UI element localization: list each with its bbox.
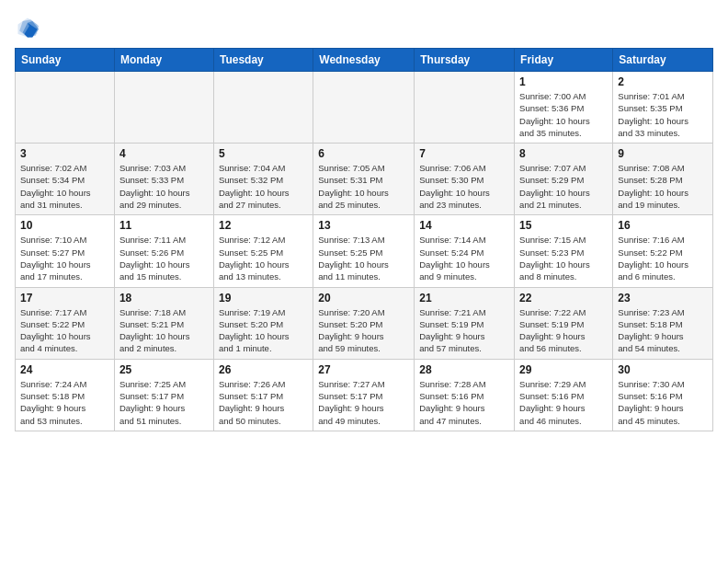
day-number: 11: [119, 219, 209, 232]
day-number: 29: [519, 363, 608, 376]
logo: [15, 15, 44, 40]
day-info: Sunrise: 7:10 AM Sunset: 5:27 PM Dayligh…: [20, 234, 109, 282]
day-cell-15: 15Sunrise: 7:15 AM Sunset: 5:23 PM Dayli…: [515, 215, 613, 287]
day-cell-28: 28Sunrise: 7:28 AM Sunset: 5:16 PM Dayli…: [415, 359, 515, 431]
weekday-monday: Monday: [114, 49, 213, 72]
day-number: 1: [519, 75, 608, 88]
empty-cell: [16, 72, 115, 144]
day-number: 27: [318, 363, 409, 376]
day-number: 18: [119, 292, 209, 304]
day-info: Sunrise: 7:23 AM Sunset: 5:18 PM Dayligh…: [618, 306, 708, 355]
day-number: 22: [519, 292, 608, 304]
day-cell-13: 13Sunrise: 7:13 AM Sunset: 5:25 PM Dayli…: [313, 215, 415, 287]
day-cell-23: 23Sunrise: 7:23 AM Sunset: 5:18 PM Dayli…: [613, 287, 713, 359]
day-info: Sunrise: 7:13 AM Sunset: 5:25 PM Dayligh…: [318, 234, 409, 282]
day-info: Sunrise: 7:06 AM Sunset: 5:30 PM Dayligh…: [419, 162, 509, 211]
weekday-saturday: Saturday: [613, 49, 713, 72]
day-number: 8: [519, 147, 608, 160]
day-cell-22: 22Sunrise: 7:22 AM Sunset: 5:19 PM Dayli…: [515, 287, 613, 359]
day-info: Sunrise: 7:12 AM Sunset: 5:25 PM Dayligh…: [219, 234, 308, 282]
day-info: Sunrise: 7:21 AM Sunset: 5:19 PM Dayligh…: [419, 306, 509, 355]
day-number: 14: [419, 219, 509, 232]
day-number: 16: [618, 219, 708, 232]
empty-cell: [313, 72, 415, 144]
day-info: Sunrise: 7:27 AM Sunset: 5:17 PM Dayligh…: [318, 378, 409, 427]
day-info: Sunrise: 7:11 AM Sunset: 5:26 PM Dayligh…: [119, 234, 209, 282]
day-cell-14: 14Sunrise: 7:14 AM Sunset: 5:24 PM Dayli…: [415, 215, 515, 287]
empty-cell: [213, 72, 313, 144]
day-info: Sunrise: 7:07 AM Sunset: 5:29 PM Dayligh…: [519, 162, 608, 211]
day-number: 19: [219, 292, 308, 304]
weekday-wednesday: Wednesday: [313, 49, 415, 72]
day-info: Sunrise: 7:26 AM Sunset: 5:17 PM Dayligh…: [219, 378, 308, 427]
day-number: 4: [119, 147, 209, 160]
day-info: Sunrise: 7:24 AM Sunset: 5:18 PM Dayligh…: [20, 378, 109, 427]
day-info: Sunrise: 7:00 AM Sunset: 5:36 PM Dayligh…: [519, 90, 608, 139]
day-number: 13: [318, 219, 409, 232]
day-number: 10: [20, 219, 109, 232]
week-row-2: 3Sunrise: 7:02 AM Sunset: 5:34 PM Daylig…: [16, 144, 713, 215]
day-info: Sunrise: 7:25 AM Sunset: 5:17 PM Dayligh…: [119, 378, 209, 427]
day-cell-26: 26Sunrise: 7:26 AM Sunset: 5:17 PM Dayli…: [213, 359, 313, 431]
day-info: Sunrise: 7:02 AM Sunset: 5:34 PM Dayligh…: [20, 162, 109, 211]
day-number: 21: [419, 292, 509, 304]
day-number: 2: [618, 75, 708, 88]
weekday-friday: Friday: [515, 49, 613, 72]
weekday-header-row: SundayMondayTuesdayWednesdayThursdayFrid…: [16, 49, 713, 72]
day-number: 20: [318, 292, 409, 304]
weekday-thursday: Thursday: [415, 49, 515, 72]
day-info: Sunrise: 7:03 AM Sunset: 5:33 PM Dayligh…: [119, 162, 209, 211]
day-cell-2: 2Sunrise: 7:01 AM Sunset: 5:35 PM Daylig…: [613, 72, 713, 144]
day-number: 7: [419, 147, 509, 160]
calendar: SundayMondayTuesdayWednesdayThursdayFrid…: [15, 48, 713, 431]
day-info: Sunrise: 7:29 AM Sunset: 5:16 PM Dayligh…: [519, 378, 608, 427]
weekday-sunday: Sunday: [16, 49, 115, 72]
empty-cell: [415, 72, 515, 144]
day-number: 25: [119, 363, 209, 376]
day-cell-19: 19Sunrise: 7:19 AM Sunset: 5:20 PM Dayli…: [213, 287, 313, 359]
week-row-5: 24Sunrise: 7:24 AM Sunset: 5:18 PM Dayli…: [16, 359, 713, 431]
day-number: 17: [20, 292, 109, 304]
day-info: Sunrise: 7:22 AM Sunset: 5:19 PM Dayligh…: [519, 306, 608, 355]
day-cell-5: 5Sunrise: 7:04 AM Sunset: 5:32 PM Daylig…: [213, 144, 313, 215]
day-number: 3: [20, 147, 109, 160]
day-cell-16: 16Sunrise: 7:16 AM Sunset: 5:22 PM Dayli…: [613, 215, 713, 287]
day-info: Sunrise: 7:01 AM Sunset: 5:35 PM Dayligh…: [618, 90, 708, 139]
day-cell-24: 24Sunrise: 7:24 AM Sunset: 5:18 PM Dayli…: [16, 359, 115, 431]
day-cell-4: 4Sunrise: 7:03 AM Sunset: 5:33 PM Daylig…: [114, 144, 213, 215]
week-row-1: 1Sunrise: 7:00 AM Sunset: 5:36 PM Daylig…: [16, 72, 713, 144]
day-number: 12: [219, 219, 308, 232]
day-number: 9: [618, 147, 708, 160]
day-cell-17: 17Sunrise: 7:17 AM Sunset: 5:22 PM Dayli…: [16, 287, 115, 359]
day-number: 6: [318, 147, 409, 160]
day-cell-8: 8Sunrise: 7:07 AM Sunset: 5:29 PM Daylig…: [515, 144, 613, 215]
day-info: Sunrise: 7:15 AM Sunset: 5:23 PM Dayligh…: [519, 234, 608, 282]
day-info: Sunrise: 7:14 AM Sunset: 5:24 PM Dayligh…: [419, 234, 509, 282]
week-row-3: 10Sunrise: 7:10 AM Sunset: 5:27 PM Dayli…: [16, 215, 713, 287]
day-cell-20: 20Sunrise: 7:20 AM Sunset: 5:20 PM Dayli…: [313, 287, 415, 359]
day-number: 28: [419, 363, 509, 376]
day-cell-3: 3Sunrise: 7:02 AM Sunset: 5:34 PM Daylig…: [16, 144, 115, 215]
day-info: Sunrise: 7:04 AM Sunset: 5:32 PM Dayligh…: [219, 162, 308, 211]
day-info: Sunrise: 7:05 AM Sunset: 5:31 PM Dayligh…: [318, 162, 409, 211]
header: [15, 15, 713, 40]
day-cell-21: 21Sunrise: 7:21 AM Sunset: 5:19 PM Dayli…: [415, 287, 515, 359]
weekday-tuesday: Tuesday: [213, 49, 313, 72]
day-cell-10: 10Sunrise: 7:10 AM Sunset: 5:27 PM Dayli…: [16, 215, 115, 287]
day-cell-9: 9Sunrise: 7:08 AM Sunset: 5:28 PM Daylig…: [613, 144, 713, 215]
day-info: Sunrise: 7:19 AM Sunset: 5:20 PM Dayligh…: [219, 306, 308, 355]
day-number: 5: [219, 147, 308, 160]
day-cell-6: 6Sunrise: 7:05 AM Sunset: 5:31 PM Daylig…: [313, 144, 415, 215]
day-cell-7: 7Sunrise: 7:06 AM Sunset: 5:30 PM Daylig…: [415, 144, 515, 215]
day-info: Sunrise: 7:20 AM Sunset: 5:20 PM Dayligh…: [318, 306, 409, 355]
calendar-header: SundayMondayTuesdayWednesdayThursdayFrid…: [16, 49, 713, 72]
day-number: 24: [20, 363, 109, 376]
day-number: 30: [618, 363, 708, 376]
logo-icon: [15, 15, 40, 40]
week-row-4: 17Sunrise: 7:17 AM Sunset: 5:22 PM Dayli…: [16, 287, 713, 359]
day-cell-27: 27Sunrise: 7:27 AM Sunset: 5:17 PM Dayli…: [313, 359, 415, 431]
day-cell-1: 1Sunrise: 7:00 AM Sunset: 5:36 PM Daylig…: [515, 72, 613, 144]
day-info: Sunrise: 7:17 AM Sunset: 5:22 PM Dayligh…: [20, 306, 109, 355]
day-info: Sunrise: 7:08 AM Sunset: 5:28 PM Dayligh…: [618, 162, 708, 211]
day-cell-11: 11Sunrise: 7:11 AM Sunset: 5:26 PM Dayli…: [114, 215, 213, 287]
